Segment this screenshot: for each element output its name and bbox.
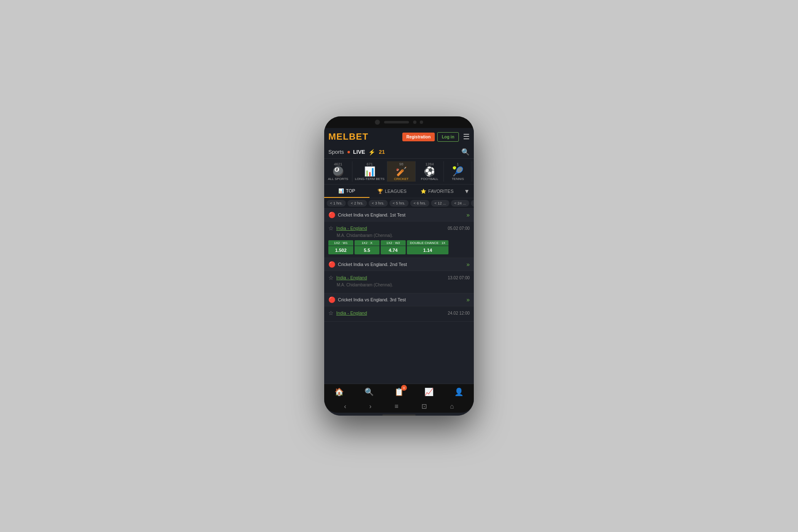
league-header-2: 🔴 Cricket India vs England. 2nd Test » [324,258,474,271]
match-1-name[interactable]: India - England [336,226,367,231]
front-camera [375,120,380,125]
speaker [384,121,409,123]
match-2-title-area: ☆ India - England [328,274,367,281]
odds-1-x: 1X2 · X 5.5 [355,240,379,254]
match-card-1: ☆ India - England 05.02 07:00 M.A. Chida… [324,222,474,258]
nav-account-icon[interactable]: 👤 [454,387,463,397]
nav-betslip-icon[interactable]: 📋 0 [394,387,404,397]
match-3-header: ☆ India - England 24.02 12:00 [328,310,470,316]
odds-1-dc: DOUBLE CHANCE · 1X 1.14 [407,240,448,254]
odds-1-x-label: 1X2 · X [355,240,379,246]
tab-leagues[interactable]: 🏆 LEAGUES [369,185,415,197]
logo-mel: MEL [328,131,349,142]
cricket-icon: 🏏 [396,167,407,176]
top-icon: 📊 [338,188,344,194]
time-chip-5hr[interactable]: < 5 hrs. [389,200,409,207]
league-1-name: Cricket India vs England. 1st Test [338,212,405,217]
league-1-expand-icon[interactable]: » [466,212,470,218]
league-3-expand-icon[interactable]: » [466,296,470,303]
odds-1-dc-value[interactable]: 1.14 [407,246,448,254]
match-3-name[interactable]: India - England [336,310,367,315]
league-header-3: 🔴 Cricket India vs England. 3rd Test » [324,293,474,306]
search-button[interactable]: 🔍 [461,148,470,156]
lightning-icon: ⚡ [368,149,375,155]
home-indicator [382,414,416,416]
cricket-label: CRICKET [394,177,409,181]
time-chip-6hr[interactable]: < 6 hrs. [410,200,429,207]
nav-stats-icon[interactable]: 📈 [424,387,433,397]
app-logo: MELBET [328,131,368,142]
betslip-badge: 0 [401,385,407,391]
live-indicator [347,151,350,153]
match-2-name[interactable]: India - England [336,275,367,280]
login-button[interactable]: Log in [437,132,459,142]
live-label: LIVE [353,149,365,155]
match-3-title-area: ☆ India - England [328,310,367,316]
all-sports-icon: 🎱 [332,167,344,176]
filter-icon[interactable]: ▼ [460,185,474,198]
match-3-favorite-icon[interactable]: ☆ [328,310,334,316]
registration-button[interactable]: Registration [402,133,435,141]
home-button[interactable]: ⌂ [450,403,454,410]
match-1-odds-row: 1X2 · W1 1.502 1X2 · X 5.5 1X2 · W2 4.74… [328,240,470,254]
forward-button[interactable]: › [369,403,372,410]
league-3-name: Cricket India vs England. 3rd Test [338,297,406,302]
leagues-icon: 🏆 [377,189,383,194]
camera-dot [420,121,423,124]
tab-leagues-label: LEAGUES [385,189,406,194]
match-2-favorite-icon[interactable]: ☆ [328,274,334,281]
odds-1-w2-label: 1X2 · W2 [381,240,406,246]
sports-nav-info: Sports LIVE ⚡ 21 [328,149,385,155]
time-chip-12hr[interactable]: < 12 ... [431,200,449,207]
match-1-time: 05.02 07:00 [448,226,470,231]
all-sports-count: 4621 [334,162,342,166]
time-chip-24hr[interactable]: < 24 ... [451,200,469,207]
phone-screen: MELBET Registration Log in ☰ Sports LIVE… [324,128,474,416]
tennis-icon: 🎾 [452,167,463,176]
phone-frame: MELBET Registration Log in ☰ Sports LIVE… [324,116,474,416]
app-header: MELBET Registration Log in ☰ [324,128,474,145]
nav-search-icon[interactable]: 🔍 [365,387,374,397]
odds-1-w1-value[interactable]: 1.502 [328,246,353,254]
menu-button[interactable]: ≡ [394,403,398,410]
time-chip-1hr[interactable]: < 1 hrs. [327,200,346,207]
nav-home-icon[interactable]: 🏠 [335,387,344,397]
time-chip-2hr[interactable]: < 2 hrs. [347,200,367,207]
match-2-header: ☆ India - England 13.02 07:00 [328,274,470,281]
time-chip-3hr[interactable]: < 3 hrs. [369,200,388,207]
football-count: 1284 [426,162,434,166]
tab-top[interactable]: 📊 TOP [324,185,369,198]
match-3-time: 24.02 12:00 [448,311,470,315]
phone-system-nav: ‹ › ≡ ⊡ ⌂ [324,400,474,413]
match-card-3: ☆ India - England 24.02 12:00 [324,306,474,322]
sport-categories-bar: 4621 🎱 ALL SPORTS 671 📊 LONG-TERM BETS 9… [324,159,474,185]
sport-tennis[interactable]: 1 🎾 TENNIS [444,161,472,182]
sport-football[interactable]: 1284 ⚽ FOOTBALL [416,161,444,182]
odds-1-x-value[interactable]: 5.5 [355,246,379,254]
league-header-1-left: 🔴 Cricket India vs England. 1st Test [328,212,405,218]
odds-1-w1: 1X2 · W1 1.502 [328,240,353,254]
back-button[interactable]: ‹ [344,403,346,410]
match-1-venue: M.A. Chidambaram (Chennai). [328,233,470,238]
sport-long-term[interactable]: 671 📊 LONG-TERM BETS [352,161,387,182]
time-chip-48hr[interactable]: < 48 [471,200,474,207]
all-sports-label: ALL SPORTS [328,177,348,181]
tab-top-label: TOP [346,188,355,193]
sport-cricket[interactable]: 98 🏏 CRICKET [387,161,416,182]
odds-1-w2-value[interactable]: 4.74 [381,246,406,254]
sports-label: Sports [328,149,344,155]
league-2-flag: 🔴 [328,261,335,268]
hamburger-icon[interactable]: ☰ [463,132,470,141]
league-header-3-left: 🔴 Cricket India vs England. 3rd Test [328,296,406,303]
sport-all-sports[interactable]: 4621 🎱 ALL SPORTS [324,161,352,182]
league-1-flag: 🔴 [328,212,335,218]
match-1-favorite-icon[interactable]: ☆ [328,225,334,232]
main-tab-bar: 📊 TOP 🏆 LEAGUES ⭐ FAVORITES ▼ [324,185,474,198]
tab-favorites[interactable]: ⭐ FAVORITES [414,185,460,197]
sensor [413,121,416,124]
match-1-title-area: ☆ India - England [328,225,367,232]
tab-manager-button[interactable]: ⊡ [421,402,427,410]
league-2-expand-icon[interactable]: » [466,261,470,268]
sports-nav-bar: Sports LIVE ⚡ 21 🔍 [324,145,474,159]
odds-1-w2: 1X2 · W2 4.74 [381,240,406,254]
